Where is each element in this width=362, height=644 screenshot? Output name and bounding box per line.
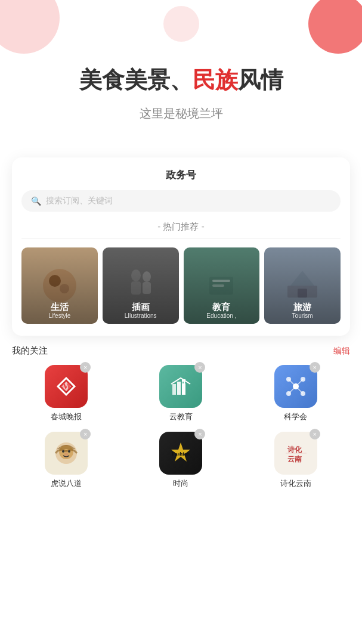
category-tourism-overlay: 旅游 Tourism <box>264 247 341 324</box>
follows-header: 我的关注 编辑 <box>12 345 350 357</box>
category-tourism[interactable]: 旅游 Tourism <box>264 247 341 324</box>
svg-line-26 <box>289 386 296 394</box>
category-lifestyle[interactable]: 生活 Lifestyle <box>21 247 98 324</box>
category-grid: 生活 Lifestyle 插画 LIlustrations <box>12 247 350 330</box>
category-illustration-zh: 插画 <box>132 302 150 312</box>
hero-subtitle: 这里是秘境兰坪 <box>24 106 338 122</box>
category-lifestyle-zh: 生活 <box>51 302 69 312</box>
hero-title-highlight: 民族 <box>193 67 238 92</box>
svg-line-24 <box>289 379 296 386</box>
svg-text:诗化: 诗化 <box>287 445 302 454</box>
category-illustration-en: LIlustrations <box>125 312 157 319</box>
follow-name-chunchen: 春城晚报 <box>51 411 82 422</box>
svg-rect-15 <box>177 382 181 395</box>
category-education-en: Education , <box>206 312 236 319</box>
follow-icon-shihua: 诗化 云南 <box>274 432 317 475</box>
hero-title-part2: 风情 <box>238 67 283 92</box>
yunjiaoyu-logo <box>168 373 194 400</box>
follow-name-hushuobadao: 虎说八道 <box>51 478 82 489</box>
category-education-zh: 教育 <box>212 302 230 312</box>
follows-section: 我的关注 编辑 M × 春城晚报 <box>12 345 350 489</box>
follow-icon-wrap-kexuehui: × <box>274 365 317 408</box>
follows-grid: M × 春城晚报 <box>12 365 350 489</box>
follow-close-yunjiaoyu[interactable]: × <box>194 362 205 373</box>
svg-text:云南: 云南 <box>287 455 302 463</box>
category-tourism-en: Tourism <box>292 312 313 319</box>
divider <box>21 239 341 239</box>
follow-item-shishang[interactable]: Fashion × 时尚 <box>126 432 235 489</box>
svg-text:Fashion: Fashion <box>172 451 190 457</box>
category-lifestyle-overlay: 生活 Lifestyle <box>21 247 98 324</box>
follow-icon-wrap-hushuobadao: × <box>45 432 88 475</box>
follow-icon-kexuehui <box>274 365 317 408</box>
category-illustration-overlay: 插画 LIlustrations <box>103 247 179 324</box>
kexuehui-logo <box>283 373 309 400</box>
hot-label: - 热门推荐 - <box>12 221 350 233</box>
hero-title: 美食美景、民族风情 <box>24 66 338 95</box>
svg-rect-14 <box>172 384 176 395</box>
category-education-overlay: 教育 Education , <box>184 247 260 324</box>
svg-rect-17 <box>182 382 184 383</box>
category-lifestyle-en: Lifestyle <box>49 312 71 319</box>
search-placeholder-text: 搜索订阅、关键词 <box>46 196 113 206</box>
follow-close-kexuehui[interactable]: × <box>310 362 320 373</box>
follow-icon-wrap-yunjiaoyu: × <box>159 365 202 408</box>
follow-item-chunchen[interactable]: M × 春城晚报 <box>12 365 120 422</box>
follow-item-hushuobadao[interactable]: × 虎说八道 <box>12 432 120 489</box>
shishang-logo: Fashion <box>168 440 194 466</box>
follow-icon-wrap-shishang: Fashion × <box>159 432 202 475</box>
svg-line-27 <box>296 386 303 394</box>
svg-rect-18 <box>185 382 186 383</box>
follow-close-chunchen[interactable]: × <box>80 362 91 373</box>
follow-icon-wrap-shihua: 诗化 云南 × <box>274 432 317 475</box>
hero-title-part1: 美食美景、 <box>79 67 193 92</box>
svg-rect-16 <box>182 379 185 395</box>
search-icon: 🔍 <box>31 196 41 206</box>
category-tourism-zh: 旅游 <box>293 302 311 312</box>
card-panel: 政务号 🔍 搜索订阅、关键词 - 热门推荐 - 生活 Lifestyle <box>12 157 350 336</box>
follow-close-hushuobadao[interactable]: × <box>80 429 91 439</box>
follows-edit-button[interactable]: 编辑 <box>333 346 350 357</box>
svg-line-25 <box>296 379 303 386</box>
panel-title: 政务号 <box>12 157 350 190</box>
follows-title: 我的关注 <box>12 345 48 357</box>
category-education[interactable]: 教育 Education , <box>184 247 260 324</box>
hushuobadao-logo <box>51 438 81 468</box>
svg-point-32 <box>64 453 68 456</box>
follow-close-shishang[interactable]: × <box>194 429 205 439</box>
follow-name-kexuehui: 科学会 <box>284 411 307 422</box>
chunchen-logo: M <box>53 373 79 400</box>
shihua-logo: 诗化 云南 <box>283 440 309 466</box>
follow-close-shihua[interactable]: × <box>310 429 320 439</box>
follow-icon-wrap-chunchen: M × <box>45 365 88 408</box>
follow-name-shihua: 诗化云南 <box>280 478 311 489</box>
search-bar[interactable]: 🔍 搜索订阅、关键词 <box>21 190 341 212</box>
svg-text:M: M <box>62 381 71 391</box>
follow-item-kexuehui[interactable]: × 科学会 <box>242 365 350 422</box>
svg-point-31 <box>68 450 70 453</box>
follow-item-shihua[interactable]: 诗化 云南 × 诗化云南 <box>242 432 350 489</box>
deco-circle-center <box>163 6 199 42</box>
category-illustration[interactable]: 插画 LIlustrations <box>103 247 179 324</box>
follow-name-yunjiaoyu: 云教育 <box>169 411 193 422</box>
follow-name-shishang: 时尚 <box>173 478 188 489</box>
svg-point-30 <box>62 450 64 453</box>
follow-item-yunjiaoyu[interactable]: × 云教育 <box>126 365 235 422</box>
